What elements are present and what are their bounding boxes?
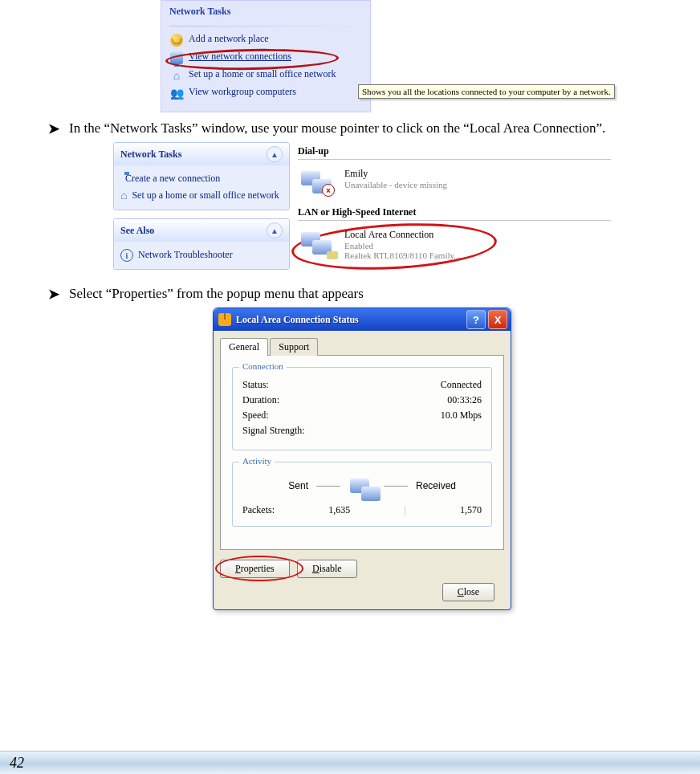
tooltip: Shows you all the locations connected to…	[358, 84, 615, 99]
connection-status: Unavailable - device missing	[344, 180, 447, 189]
disable-button[interactable]: Disable	[297, 560, 357, 578]
task-link[interactable]: View network connections	[169, 49, 362, 67]
task-link[interactable]: Add a network place	[169, 31, 362, 49]
status-label: Status:	[242, 379, 269, 391]
bullet-arrow-icon: ➤	[48, 120, 69, 137]
panel-heading: Network Tasks	[120, 149, 181, 161]
packets-sent-value: 1,635	[328, 504, 350, 516]
group-dialup: Dial-up	[298, 145, 611, 160]
activity-icon	[348, 475, 376, 496]
panel-heading: Network Tasks	[161, 1, 370, 26]
collapse-icon[interactable]: ▲	[267, 146, 283, 162]
help-button[interactable]: ?	[466, 310, 486, 329]
network-connections-window: Network Tasks ▲ Create a new connection⌂…	[113, 142, 611, 278]
globe-icon	[170, 34, 183, 47]
close-button[interactable]: X	[488, 310, 507, 329]
network-icon	[170, 51, 183, 64]
connection-lan[interactable]: Local Area Connection Enabled Realtek RT…	[298, 224, 611, 265]
network-tasks-panel-1: Network Tasks Add a network placeView ne…	[161, 0, 371, 112]
plug-icon	[327, 251, 338, 259]
task-link[interactable]: Create a new connection	[120, 170, 283, 187]
task-link[interactable]: ⌂Set up a home or small office network	[169, 67, 362, 84]
connection-group: Connection Status:Connected Duration:00:…	[232, 367, 492, 450]
instruction-bullet-1: ➤ In the “Network Tasks” window, use you…	[48, 120, 676, 137]
see-also-panel: See Also ▲ iNetwork Troubleshooter	[113, 218, 290, 270]
packets-label: Packets:	[242, 504, 275, 516]
connection-name: Local Area Connection	[344, 229, 461, 241]
connection-device: Realtek RTL8169/8110 Family...	[344, 251, 461, 260]
properties-button[interactable]: Properties	[220, 560, 290, 578]
packets-received-value: 1,570	[460, 504, 482, 516]
panel-heading: See Also	[120, 225, 154, 237]
speed-value: 10.0 Mbps	[441, 409, 482, 422]
group-lan: LAN or High-Speed Internet	[298, 206, 611, 221]
page-number: 42	[10, 755, 24, 772]
signal-label: Signal Strength:	[242, 425, 305, 437]
connection-emily[interactable]: × Emily Unavailable - device missing	[298, 163, 611, 203]
close-dialog-button[interactable]: Close	[442, 583, 494, 601]
connection-name: Emily	[344, 168, 447, 180]
home-icon: ⌂	[173, 69, 180, 82]
lan-status-dialog: Local Area Connection Status ? X General…	[213, 308, 511, 610]
highlight-ellipse: Properties	[220, 560, 295, 578]
info-icon: i	[120, 249, 133, 262]
window-title: Local Area Connection Status	[236, 314, 464, 326]
status-value: Connected	[441, 379, 482, 391]
activity-group: Activity Sent Received Packets: 1,635 |	[232, 462, 492, 527]
group-icon: 👥	[170, 87, 184, 100]
error-x-icon: ×	[322, 184, 335, 197]
connection-status: Enabled	[344, 241, 461, 251]
sent-label: Sent	[244, 480, 308, 491]
received-label: Received	[416, 480, 480, 491]
duration-value: 00:33:26	[447, 394, 482, 406]
instruction-bullet-2: ➤ Select “Properties” from the popup men…	[48, 286, 676, 303]
task-link[interactable]: ⌂Set up a home or small office network	[120, 187, 283, 205]
tab-support[interactable]: Support	[270, 338, 318, 356]
speed-label: Speed:	[242, 409, 269, 422]
page-footer: 42	[0, 751, 700, 774]
collapse-icon[interactable]: ▲	[267, 222, 283, 238]
duration-label: Duration:	[242, 394, 279, 406]
window-icon	[218, 313, 231, 326]
network-tasks-panel-2: Network Tasks ▲ Create a new connection⌂…	[113, 142, 290, 210]
home-icon: ⌂	[120, 189, 127, 202]
task-link[interactable]: 👥View workgroup computers	[169, 84, 362, 102]
task-link[interactable]: iNetwork Troubleshooter	[120, 246, 283, 264]
title-bar: Local Area Connection Status ? X	[214, 308, 511, 331]
bullet-arrow-icon: ➤	[48, 286, 69, 303]
tab-general[interactable]: General	[220, 338, 268, 356]
